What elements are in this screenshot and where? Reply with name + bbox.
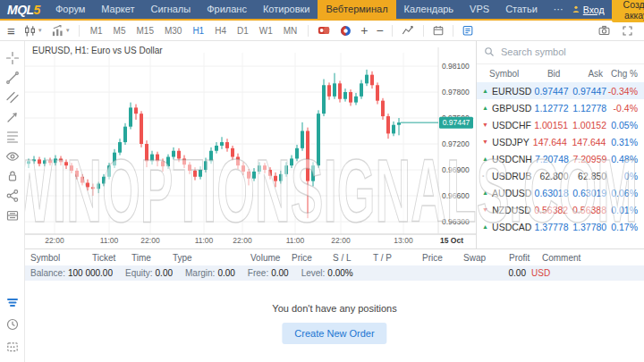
market-watch-row[interactable]: ▲EURUSD0.974470.97447-0.34% [477,82,644,99]
bid-cell: 0.97447 [531,86,568,97]
ray-button[interactable] [3,108,22,125]
camera-icon [597,24,611,37]
nav-item-4[interactable]: Котировки [255,0,318,19]
symbol-cell: USDCNH [492,154,532,164]
search-icon [484,46,495,57]
toolbar-separator [79,25,80,37]
trendline-button[interactable] [3,69,22,86]
timeframe-mn[interactable]: MN [281,24,301,38]
bid-cell: 1.00151 [531,120,568,130]
nav-item-8[interactable]: Статьи [497,0,546,19]
bid-cell: 0.56382 [531,205,568,215]
market-watch-row[interactable]: ▲AUDUSD0.630180.630190.06% [477,184,644,201]
login-link[interactable]: Вход [572,4,605,15]
timeframe-d1[interactable]: D1 [234,24,251,38]
chart-type-button[interactable]: ▼ [23,24,43,38]
ask-cell: 0.97447 [569,86,607,97]
market-watch-row[interactable]: ▲USDCNH7.207487.209590.48% [477,150,644,167]
channel-button[interactable] [3,88,22,105]
panels-button[interactable] [3,206,22,223]
chg-cell: 0.48% [606,154,640,164]
bid-cell: 62.800 [531,171,568,181]
balance-label: Equity: [125,268,153,278]
nav-item-5[interactable]: Вебтерминал [318,0,395,19]
positions-header-8: Price [422,253,443,263]
arrow-up-icon: ▲ [482,156,492,162]
timeframe-m1[interactable]: M1 [88,24,106,38]
timeframe-m30[interactable]: M30 [162,24,184,38]
market-watch-row[interactable]: ▲USDCAD1.377781.377800.17% [477,218,644,235]
balance-item-0: Balance:100 000.00 [30,268,113,278]
timeframe-m5[interactable]: M5 [111,24,129,38]
fullscreen-button[interactable] [622,25,633,37]
news-button[interactable] [462,24,474,37]
nav-item-1[interactable]: Маркет [93,0,142,19]
crosshair-button[interactable] [3,49,22,66]
lock-button[interactable] [3,167,22,184]
add-indicator-button[interactable] [401,24,415,37]
trendline-icon [5,71,20,85]
fibonacci-button[interactable] [3,128,22,145]
toolbar-separator [453,25,453,37]
chg-cell: -0.34% [606,86,640,97]
x-axis-label: 11:00 [195,236,214,245]
nav-item-2[interactable]: Сигналы [143,0,199,19]
y-axis-label: 0.97200 [442,139,470,148]
objects-box-button[interactable] [3,338,22,355]
x-axis-label: 22:00 [233,236,252,245]
signup-button[interactable]: Создать аккаунт [612,0,644,22]
screenshot-button[interactable] [597,24,611,37]
positions-header-5: Price [292,253,312,263]
flat-dot-icon: • [482,173,492,179]
trade-panel-button[interactable] [3,293,22,310]
positions-header-11: Comment [542,253,580,263]
balance-value: 0.00 [271,268,288,278]
calendar-button[interactable] [432,24,445,37]
screen-record-button[interactable] [317,24,331,37]
create-new-order-button[interactable]: Create New Order [282,323,386,344]
history-button[interactable] [3,316,22,333]
market-watch-row[interactable]: ▼USDCHF1.001511.001520.05% [477,116,644,133]
timeframe-h4[interactable]: H4 [212,24,229,38]
toolbar-right [597,24,637,37]
fullscreen-icon [622,25,633,37]
bid-cell: 1.37778 [531,222,568,232]
nav-item-6[interactable]: Календарь [396,0,462,19]
menu-button[interactable]: ≡ [7,24,15,38]
nav-item-7[interactable]: VPS [462,0,497,19]
chart-area[interactable]: EURUSD, H1: Euro vs US Dollar 0.981000.9… [25,40,476,248]
market-watch-row[interactable]: ▲GBPUSD1.127721.12778-0.4% [477,99,644,116]
mql5-logo[interactable]: MQL5 [7,3,40,17]
zoom-in-button[interactable]: + [360,24,368,37]
mw-header-2: Ask [560,69,603,79]
market-watch-row[interactable]: ▼USDJPY147.644147.6440.31% [477,133,644,150]
fibonacci-icon [5,130,20,144]
nav-item-0[interactable]: Форум [47,0,93,19]
timeframe-w1[interactable]: W1 [257,24,275,38]
toolbar-separator [392,25,393,37]
nav-item-9[interactable]: ⋯ [546,0,572,19]
market-watch-row[interactable]: ▼NZDUSD0.563820.563880.01% [477,201,644,218]
indicators-button[interactable]: ▼ [51,24,71,38]
balance-value: 0.00 [217,268,234,278]
y-axis-label: 0.96300 [442,217,470,226]
candlestick-type-icon [23,24,37,38]
zoom-out-button[interactable]: − [377,24,384,37]
date-label: 15 Oct [440,236,463,245]
positions-header-10: Profit [509,253,530,263]
pie-timer-button[interactable] [339,24,352,38]
search-symbol-input[interactable] [499,46,628,58]
share-button[interactable] [3,187,22,204]
show-objects-button[interactable] [3,147,22,164]
balance-label: Level: [301,268,326,278]
market-watch-row[interactable]: •USDRUB62.80062.8500% [477,167,644,184]
positions-header-1: Ticket [92,253,115,263]
symbol-cell: USDCAD [492,222,531,232]
crosshair-icon [5,51,20,65]
chevron-down-icon: ▼ [65,28,71,33]
timeframe-m15[interactable]: M15 [133,24,156,38]
timeframe-h1[interactable]: H1 [190,24,207,38]
nav-item-3[interactable]: Фриланс [199,0,255,19]
candlestick-chart[interactable]: 0.981000.978000.975000.972000.969000.966… [25,40,476,248]
balance-item-1: Equity:0.00 [125,268,173,278]
